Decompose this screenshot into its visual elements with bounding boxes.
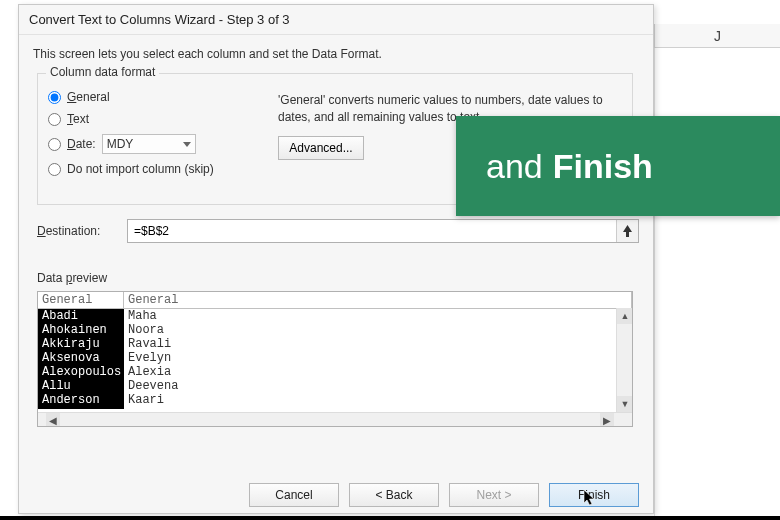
overlay-text-and: and xyxy=(486,147,543,186)
radio-general-label: General xyxy=(67,90,110,104)
preview-body: Abadi Ahokainen Akkiraju Aksenova Alexop… xyxy=(38,309,632,409)
tutorial-overlay-banner: and Finish xyxy=(456,116,780,216)
preview-cell: Alexopoulos xyxy=(38,365,124,379)
preview-cell: Alexia xyxy=(124,365,632,379)
preview-header-1[interactable]: General xyxy=(38,292,124,308)
radio-date-input[interactable] xyxy=(48,138,61,151)
destination-row: Destination: xyxy=(37,219,639,243)
wizard-button-row: Cancel < Back Next > Finish xyxy=(249,483,639,507)
preview-cell: Abadi xyxy=(38,309,124,323)
radio-general[interactable]: General xyxy=(48,90,278,104)
radio-general-input[interactable] xyxy=(48,91,61,104)
back-button[interactable]: < Back xyxy=(349,483,439,507)
radio-date-label: Date: xyxy=(67,137,96,151)
scroll-left-icon[interactable]: ◀ xyxy=(46,413,60,427)
preview-cell: Noora xyxy=(124,323,632,337)
destination-input-wrap xyxy=(127,219,639,243)
radio-skip-label: Do not import column (skip) xyxy=(67,162,214,176)
dialog-title: Convert Text to Columns Wizard - Step 3 … xyxy=(19,5,653,35)
preview-cell: Kaari xyxy=(124,393,632,407)
destination-input[interactable] xyxy=(128,224,616,238)
column-header-j[interactable]: J xyxy=(654,24,780,48)
date-format-select[interactable]: MDY xyxy=(102,134,196,154)
scroll-down-icon[interactable]: ▼ xyxy=(617,396,633,412)
preview-cell: Maha xyxy=(124,309,632,323)
radio-skip-input[interactable] xyxy=(48,163,61,176)
preview-cell: Evelyn xyxy=(124,351,632,365)
preview-cell: Akkiraju xyxy=(38,337,124,351)
preview-cell: Ahokainen xyxy=(38,323,124,337)
preview-cell: Allu xyxy=(38,379,124,393)
radio-skip[interactable]: Do not import column (skip) xyxy=(48,162,278,176)
preview-column-1-selected[interactable]: Abadi Ahokainen Akkiraju Aksenova Alexop… xyxy=(38,309,124,409)
finish-button[interactable]: Finish xyxy=(549,483,639,507)
group-label: Column data format xyxy=(46,65,159,79)
radio-column: General Text Date: MDY Do not import col… xyxy=(48,80,278,184)
radio-text-label: Text xyxy=(67,112,89,126)
preview-column-2[interactable]: Maha Noora Ravali Evelyn Alexia Deevena … xyxy=(124,309,632,409)
preview-cell: Anderson xyxy=(38,393,124,407)
advanced-button[interactable]: Advanced... xyxy=(278,136,364,160)
next-button: Next > xyxy=(449,483,539,507)
preview-header-row: General General xyxy=(38,292,632,309)
arrow-up-icon xyxy=(622,224,633,238)
preview-cell: Deevena xyxy=(124,379,632,393)
radio-text-input[interactable] xyxy=(48,113,61,126)
preview-cell: Ravali xyxy=(124,337,632,351)
radio-date[interactable]: Date: MDY xyxy=(48,134,278,154)
scroll-right-icon[interactable]: ▶ xyxy=(600,413,614,427)
data-preview-label: Data preview xyxy=(37,271,639,285)
preview-horizontal-scrollbar[interactable]: ◀ ▶ xyxy=(38,412,632,426)
preview-vertical-scrollbar[interactable]: ▲ ▼ xyxy=(616,308,632,412)
scroll-up-icon[interactable]: ▲ xyxy=(617,308,633,324)
dialog-instruction: This screen lets you select each column … xyxy=(19,35,653,69)
preview-cell: Aksenova xyxy=(38,351,124,365)
cancel-button[interactable]: Cancel xyxy=(249,483,339,507)
data-preview-box: General General Abadi Ahokainen Akkiraju… xyxy=(37,291,633,427)
destination-label: Destination: xyxy=(37,224,127,238)
overlay-text-finish: Finish xyxy=(553,147,653,186)
video-bottom-bar xyxy=(0,516,780,520)
radio-text[interactable]: Text xyxy=(48,112,278,126)
preview-header-2[interactable]: General xyxy=(124,292,632,308)
text-to-columns-wizard-dialog: Convert Text to Columns Wizard - Step 3 … xyxy=(18,4,654,514)
collapse-dialog-button[interactable] xyxy=(616,220,638,242)
